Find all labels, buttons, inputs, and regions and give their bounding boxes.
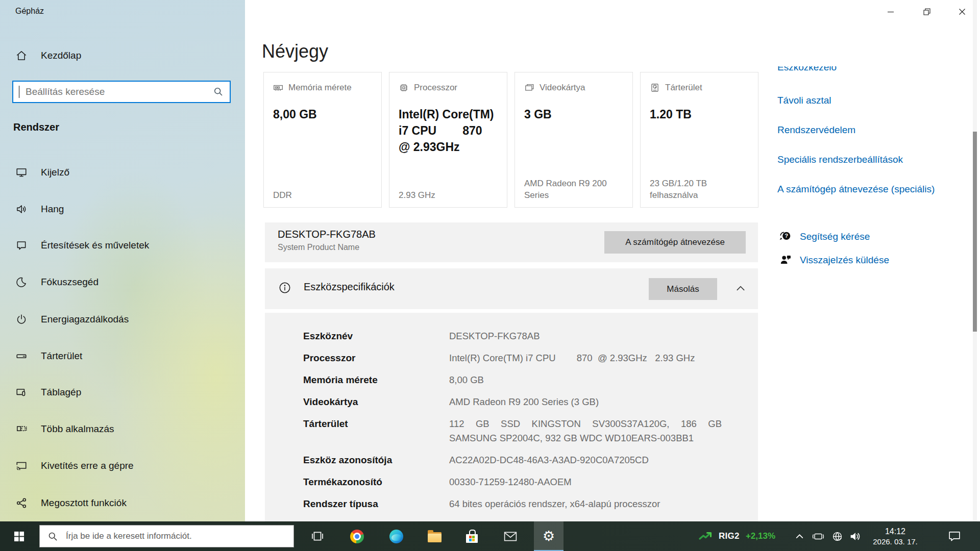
card-label: Tárterület	[665, 83, 702, 93]
help-link-send-feedback[interactable]: Visszajelzés küldése	[779, 254, 889, 266]
notification-icon	[15, 239, 28, 252]
ticker-tray-item[interactable]: RIG2 +2,13%	[698, 521, 775, 551]
related-link-remote-desktop[interactable]: Távoli asztal	[777, 95, 831, 106]
mail-icon[interactable]	[496, 521, 525, 551]
help-link-get-help[interactable]: ? Segítség kérése	[778, 231, 870, 243]
spec-label: Eszköz azonosítója	[303, 455, 392, 466]
clock-time: 14:12	[885, 527, 905, 537]
related-link-rename-pc-advanced[interactable]: A számítógép átnevezése (speciális)	[777, 184, 935, 195]
graphics-card: Videokártya 3 GB AMD Radeon R9 200 Serie…	[514, 72, 633, 208]
spec-label: Eszköznév	[303, 331, 353, 342]
sidebar-item-focus-assist[interactable]: Fókuszsegéd	[15, 275, 99, 289]
sidebar-item-label: Kivetítés erre a gépre	[41, 460, 134, 471]
card-value: 3 GB	[524, 106, 623, 122]
sidebar-item-notifications[interactable]: Értesítések és műveletek	[15, 238, 149, 253]
task-view-button[interactable]	[303, 521, 332, 551]
sidebar-item-multitasking[interactable]: Több alkalmazás	[15, 422, 114, 436]
card-footer: 23 GB/1.20 TB felhasználva	[650, 178, 751, 201]
settings-app-taskbar-button[interactable]: ⚙	[534, 521, 564, 551]
spec-label: Memória mérete	[303, 374, 378, 386]
page-title: Névjegy	[262, 41, 328, 62]
related-link-advanced-system-settings[interactable]: Speciális rendszerbeállítások	[777, 154, 903, 165]
help-chat-icon: ?	[778, 231, 792, 243]
tablet-icon	[15, 386, 28, 398]
sidebar-item-label: Megosztott funkciók	[41, 497, 127, 509]
drive-icon	[15, 350, 28, 362]
microsoft-store-icon[interactable]	[457, 521, 487, 551]
chrome-icon[interactable]	[342, 521, 372, 551]
spec-value: 8,00 GB	[449, 374, 725, 386]
device-subtitle: System Product Name	[278, 243, 359, 252]
sidebar-item-label: Hang	[41, 204, 64, 215]
gear-icon: ⚙	[543, 529, 555, 543]
file-explorer-icon[interactable]	[420, 521, 449, 551]
spec-value: 64 bites operációs rendszer, x64-alapú p…	[449, 498, 725, 510]
volume-icon[interactable]	[846, 521, 865, 551]
sidebar-item-label: Több alkalmazás	[41, 423, 114, 435]
taskbar-search-box[interactable]	[39, 525, 294, 547]
sidebar-item-shared-experiences[interactable]: Megosztott funkciók	[15, 496, 127, 510]
spec-value: AMD Radeon R9 200 Series (3 GB)	[449, 396, 725, 408]
sidebar-item-tablet[interactable]: Táblagép	[15, 385, 81, 399]
search-icon[interactable]	[213, 87, 224, 97]
settings-search-box[interactable]	[12, 81, 231, 103]
start-button[interactable]	[4, 521, 34, 551]
share-icon	[15, 497, 28, 509]
tray-chevron-icon[interactable]	[790, 521, 808, 551]
desktop-screen: Gépház Kezdőlap Rendszer	[0, 0, 980, 551]
card-label: Videokártya	[540, 83, 585, 93]
device-specs-body-panel: Eszköznév DESKTOP-FKG78AB Processzor Int…	[265, 313, 758, 521]
restore-button[interactable]	[911, 0, 943, 23]
stock-trend-icon	[698, 531, 713, 542]
card-value: 8,00 GB	[273, 106, 372, 122]
action-center-icon[interactable]	[942, 521, 967, 551]
rename-pc-button[interactable]: A számítógép átnevezése	[604, 231, 746, 254]
clock-date: 2026. 03. 17.	[873, 537, 918, 546]
collapse-chevron-icon[interactable]	[736, 284, 746, 292]
copy-button[interactable]: Másolás	[649, 278, 717, 300]
card-footer: DDR	[273, 189, 374, 201]
spec-label: Tárterület	[303, 418, 348, 430]
taskbar-clock[interactable]: 14:12 2026. 03. 17.	[865, 521, 926, 551]
moon-icon	[15, 276, 28, 288]
ticker-change: +2,13%	[746, 531, 775, 541]
related-link-system-protection[interactable]: Rendszervédelem	[777, 124, 855, 136]
svg-text:?: ?	[785, 233, 788, 239]
taskbar: ⚙ RIG2 +2,13%	[0, 521, 980, 551]
network-globe-icon[interactable]	[828, 521, 846, 551]
spec-label: Termékazonosító	[303, 477, 382, 488]
card-footer: 2.93 GHz	[399, 189, 500, 201]
window-title: Gépház	[15, 7, 44, 16]
cast-tray-icon[interactable]	[809, 521, 827, 551]
settings-search-input[interactable]	[19, 86, 213, 97]
memory-card: Memória mérete 8,00 GB DDR	[263, 72, 382, 208]
sidebar-item-power[interactable]: Energiagazdálkodás	[15, 312, 129, 327]
sidebar-item-home[interactable]: Kezdőlap	[15, 48, 81, 63]
scrollbar-thumb[interactable]	[973, 132, 977, 332]
spec-value: AC22A02D-DC48-46A3-A3AD-920C0A7205CD	[449, 455, 725, 466]
spec-value: 00330-71259-12480-AAOEM	[449, 477, 725, 488]
sidebar-item-label: Tárterület	[41, 350, 82, 362]
spec-label: Videokártya	[303, 396, 358, 408]
device-name: DESKTOP-FKG78AB	[278, 229, 376, 240]
edge-icon[interactable]	[381, 521, 411, 551]
sidebar-section-header: Rendszer	[13, 121, 59, 133]
processor-card: Processzor Intel(R) Core(TM) i7 CPU 870 …	[389, 72, 507, 208]
sidebar-item-display[interactable]: Kijelző	[15, 165, 69, 180]
sidebar-item-storage[interactable]: Tárterület	[15, 349, 82, 363]
card-label: Processzor	[414, 83, 457, 93]
sidebar-item-label: Kezdőlap	[41, 50, 81, 61]
sidebar-item-projecting[interactable]: Kivetítés erre a gépre	[15, 459, 134, 473]
sidebar-item-label: Kijelző	[41, 167, 69, 178]
settings-sidebar: Gépház Kezdőlap Rendszer	[0, 0, 245, 521]
sidebar-item-label: Táblagép	[41, 387, 81, 398]
minimize-button[interactable]	[874, 0, 907, 23]
spec-label: Rendszer típusa	[303, 498, 378, 510]
storage-card: Tárterület 1.20 TB 23 GB/1.20 TB felhasz…	[640, 72, 758, 208]
related-link-device-manager-clipped[interactable]: Eszközkezelő	[777, 66, 837, 75]
taskbar-search-input[interactable]	[65, 531, 293, 542]
cast-icon	[15, 460, 28, 472]
ticker-symbol: RIG2	[719, 531, 740, 541]
scrollbar-track[interactable]	[973, 0, 977, 521]
sidebar-item-sound[interactable]: Hang	[15, 202, 64, 216]
